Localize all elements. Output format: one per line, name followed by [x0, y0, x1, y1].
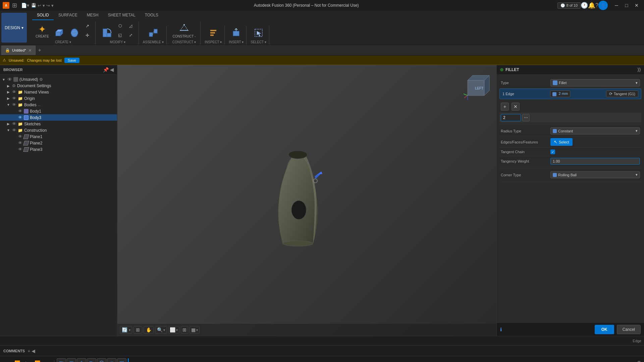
revolve-button[interactable] [67, 26, 82, 40]
create-button[interactable]: ✦ CREATE [34, 22, 51, 40]
redo-dropdown[interactable]: ▾ [51, 3, 54, 8]
tangency-weight-input[interactable] [550, 158, 640, 165]
move-button[interactable]: ✛ [83, 31, 93, 40]
origin-vis-icon[interactable]: 👁 [12, 96, 16, 101]
root-arrow[interactable]: ▼ [1, 77, 6, 82]
comments-collapse-icon[interactable]: ◀ [32, 348, 35, 354]
fillet-button[interactable] [100, 26, 114, 40]
timeline-item-5[interactable] [97, 358, 106, 362]
tab-sheet-metal[interactable]: SHEET METAL [103, 11, 140, 20]
assemble-button[interactable] [146, 26, 161, 40]
select-button[interactable] [251, 26, 266, 40]
minimize-button[interactable]: ─ [612, 2, 621, 9]
sweep-button[interactable]: ↗ [83, 21, 93, 30]
add-comment-button[interactable]: + [28, 348, 30, 354]
timeline-item-6[interactable] [107, 358, 116, 362]
bodies-arrow[interactable]: ▼ [6, 103, 11, 107]
extrude-button[interactable] [52, 26, 66, 40]
nav-cube[interactable]: LEFT [461, 70, 491, 101]
view-tool[interactable]: ▦ ▾ [190, 326, 200, 334]
namedviews-vis-icon[interactable]: 👁 [12, 89, 16, 95]
add-tab-button[interactable]: + [36, 46, 44, 55]
chamfer-button[interactable]: ◱ [115, 31, 125, 40]
sketches-arrow[interactable]: ▶ [6, 122, 11, 126]
timeline-item-3[interactable] [77, 358, 86, 362]
view-dropdown[interactable]: ▾ [196, 328, 198, 332]
timeline-settings-icon[interactable]: ⚙ [637, 360, 641, 362]
origin-arrow[interactable]: ▶ [6, 96, 11, 101]
namedviews-arrow[interactable]: ▶ [6, 90, 11, 95]
construct-button[interactable]: CONSTRUCT - [171, 22, 198, 40]
bodies-vis-icon[interactable]: 👁 [12, 102, 16, 107]
sidebar-pin-icon[interactable]: 📌 [103, 67, 109, 72]
timeline-item-1[interactable] [57, 358, 66, 362]
tree-item-body3[interactable]: 👁 Body3 [0, 114, 117, 121]
fit-tool[interactable]: ⊞ [133, 326, 142, 334]
radius-type-dropdown[interactable]: Constant ▾ [550, 127, 640, 134]
tab-surface[interactable]: SURFACE [54, 11, 82, 20]
body3-vis-icon[interactable]: 👁 [18, 115, 22, 120]
ok-button[interactable]: OK [595, 325, 614, 334]
insert-button[interactable] [229, 26, 244, 40]
add-edge-button[interactable]: + [501, 103, 509, 111]
plane2-vis-icon[interactable]: 👁 [18, 140, 22, 145]
cancel-button[interactable]: Cancel [617, 325, 641, 334]
sketches-vis-icon[interactable]: 👁 [12, 121, 16, 126]
type-dropdown[interactable]: Fillet ▾ [550, 79, 640, 86]
radius-input-field[interactable] [501, 114, 521, 121]
edge-selected-row[interactable]: 1 Edge 2 mm ⟳ Tangent (G1) [499, 88, 641, 99]
tree-item-plane1[interactable]: 👁 Plane1 [0, 133, 117, 140]
tab-mesh[interactable]: MESH [82, 11, 103, 20]
tree-item-sketches[interactable]: ▶ 👁 📁 Sketches [0, 121, 117, 127]
select-button[interactable]: ↖ Select [550, 138, 573, 146]
tab-tools[interactable]: TOOLS [140, 11, 163, 20]
construction-arrow[interactable]: ▼ [6, 128, 11, 133]
help-icon[interactable]: ? [595, 2, 598, 8]
timeline-start-button[interactable]: ⏮ [3, 359, 11, 362]
plane3-vis-icon[interactable]: 👁 [18, 147, 22, 152]
save-icon[interactable]: 💾 [31, 3, 36, 8]
user-avatar[interactable]: 👤 [598, 1, 608, 10]
root-vis-icon[interactable]: 👁 [7, 77, 12, 82]
maximize-button[interactable]: □ [622, 2, 631, 9]
root-settings-icon[interactable]: ⚙ [39, 77, 43, 82]
scale-button[interactable]: ⤢ [126, 31, 136, 40]
docsettings-arrow[interactable]: ▶ [6, 83, 11, 88]
notification-icon[interactable]: 🔔 [588, 2, 595, 9]
timeline-item-4[interactable] [87, 358, 96, 362]
zoom-tool[interactable]: 🔍 ▾ [155, 326, 167, 334]
radius-more-button[interactable]: ⋯ [522, 114, 530, 121]
timeline-play-button[interactable]: ▶ [23, 359, 32, 362]
file-menu[interactable]: 📄▾ [21, 3, 29, 8]
save-button[interactable]: Save [64, 58, 79, 63]
clock-icon[interactable]: 🕐 [581, 2, 588, 9]
grid-tool[interactable]: ⊞ [181, 326, 188, 334]
pan-tool[interactable]: ✋ [144, 326, 154, 334]
draft-button[interactable]: ◿ [126, 21, 136, 30]
plane1-vis-icon[interactable]: 👁 [18, 134, 22, 139]
viewport[interactable]: LEFT [117, 65, 496, 336]
tree-item-plane3[interactable]: 👁 Plane3 [0, 146, 117, 153]
tree-item-body1[interactable]: 👁 Body1 [0, 108, 117, 114]
info-button[interactable]: ℹ [500, 327, 502, 332]
orbit-dropdown[interactable]: ▾ [129, 328, 130, 332]
edge-value[interactable]: 2 mm [550, 90, 571, 97]
edge-tangent-value[interactable]: ⟳ Tangent (G1) [606, 90, 638, 97]
timeline-item-2[interactable] [67, 358, 76, 362]
tangent-chain-checkbox[interactable]: ✓ [550, 149, 555, 154]
timeline-item-7[interactable] [117, 358, 126, 362]
timeline-back-button[interactable]: ⏪ [13, 359, 21, 362]
display-tool[interactable]: ⬜ ▾ [168, 326, 179, 334]
display-dropdown[interactable]: ▾ [176, 328, 178, 332]
close-button[interactable]: ✕ [632, 2, 641, 9]
tree-item-bodies[interactable]: ▼ 👁 📁 Bodies ... [0, 102, 117, 108]
corner-type-dropdown[interactable]: Rolling Ball ▾ [550, 171, 640, 178]
timeline-end-button[interactable]: ⏭ [43, 359, 52, 362]
tree-item-construction[interactable]: ▼ 👁 📁 Construction [0, 127, 117, 133]
tree-item-document-settings[interactable]: ▶ ⚙ Document Settings [0, 83, 117, 89]
active-tab[interactable]: 🔒 Untitled* ✕ [1, 46, 36, 55]
construction-vis-icon[interactable]: 👁 [12, 128, 16, 133]
tree-item-named-views[interactable]: ▶ 👁 📁 Named Views [0, 89, 117, 95]
shell-button[interactable]: ⬡ [115, 21, 125, 30]
tab-close-button[interactable]: ✕ [28, 48, 32, 53]
